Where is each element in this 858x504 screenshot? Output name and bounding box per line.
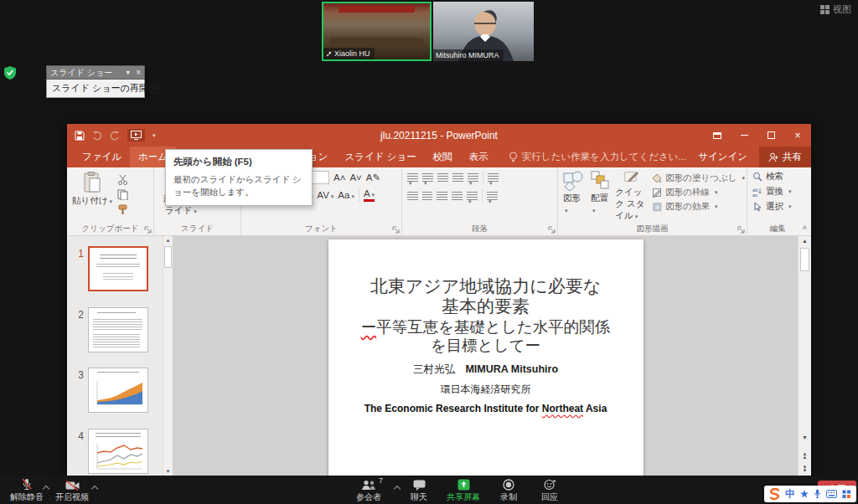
slide-scrollbar[interactable]: ▲ ▼ ▲▲ ▼▼ (798, 236, 811, 476)
align-center-button[interactable] (422, 192, 432, 200)
slide-editing-area[interactable]: 北東アジア地域協力に必要な 基本的要素 ー平等互恵を基礎とした水平的関係 を目標… (173, 236, 798, 476)
shape-fill-button[interactable]: 図形の塗りつぶし (652, 172, 745, 184)
convert-smartart-button[interactable] (487, 192, 498, 200)
ime-skin-icon[interactable] (800, 490, 809, 498)
share-button[interactable]: 共有 (759, 147, 811, 167)
record-icon (503, 479, 514, 491)
font-dialog-launcher[interactable] (392, 226, 400, 234)
save-icon[interactable] (75, 131, 85, 141)
maximize-button[interactable] (757, 124, 784, 147)
bullets-button[interactable] (407, 173, 418, 182)
ppt-titlebar[interactable]: ▾ jlu.20211215 - PowerPoint × (67, 124, 811, 147)
undo-icon[interactable] (92, 131, 102, 141)
scroll-thumb[interactable] (800, 248, 809, 271)
thumbnail-slide-3[interactable]: 3 (67, 368, 148, 413)
ime-voice-icon[interactable] (814, 489, 821, 499)
tooltip-title: 先頭から開始 (F5) (173, 156, 304, 168)
clipboard-dialog-launcher[interactable] (144, 226, 152, 234)
tab-slideshow[interactable]: スライド ショー (337, 147, 425, 167)
decrease-indent-button[interactable] (437, 173, 448, 182)
decrease-font-icon[interactable]: A˅ (349, 172, 361, 183)
chevron-down-icon[interactable]: ▼ (125, 69, 131, 75)
copy-icon[interactable] (117, 189, 128, 200)
video-options-chevron[interactable] (92, 486, 97, 491)
select-button[interactable]: 選択 (752, 201, 806, 213)
shape-outline-button[interactable]: 図形の枠線 (652, 187, 745, 198)
tab-view[interactable]: 表示 (461, 147, 497, 167)
ime-keyboard-icon[interactable] (826, 490, 837, 498)
ribbon-display-options-button[interactable] (704, 124, 731, 147)
align-left-button[interactable] (407, 192, 418, 200)
text-direction-button[interactable] (488, 173, 499, 182)
unmute-button[interactable]: 解除静音 (10, 478, 44, 503)
columns-button[interactable] (467, 192, 478, 200)
start-slideshow-qat-button[interactable] (127, 129, 145, 141)
clear-formatting-icon[interactable]: A✎ (366, 172, 380, 183)
thumbnail-slide-2[interactable]: 2 (67, 307, 148, 352)
video-feed-speaker[interactable]: Mitsuhiro MIMURA (433, 2, 534, 61)
justify-button[interactable] (452, 192, 463, 200)
quick-styles-button[interactable]: クイック スタイル (615, 171, 646, 222)
thumbnail-slide-1[interactable]: 1 (67, 246, 148, 291)
line-spacing-button[interactable] (468, 173, 478, 182)
shapes-button[interactable]: 図形 (563, 171, 585, 222)
thumbnail-scroll-down-icon[interactable]: ▼ (163, 469, 173, 474)
tab-file[interactable]: ファイル (74, 147, 130, 167)
qat-customize-chevron[interactable]: ▾ (152, 132, 156, 139)
shape-effects-button[interactable]: 図形の効果 (652, 201, 745, 213)
chat-button[interactable]: 聊天 (411, 478, 427, 503)
align-right-button[interactable] (437, 192, 447, 200)
start-video-button[interactable]: 开启视频 (55, 478, 89, 503)
paragraph-dialog-launcher[interactable] (548, 226, 556, 234)
next-slide-button[interactable]: ▼▼ (799, 465, 811, 472)
ime-chinese-mode-button[interactable]: 中 (785, 487, 795, 501)
numbering-button[interactable] (422, 173, 433, 182)
video-feed-room[interactable]: Xiaolin HU (322, 2, 432, 61)
redo-icon[interactable] (110, 131, 120, 141)
close-icon[interactable]: × (136, 68, 141, 77)
current-slide[interactable]: 北東アジア地域協力に必要な 基本的要素 ー平等互恵を基礎とした水平的関係 を目標… (328, 239, 644, 476)
meeting-security-shield-icon[interactable] (4, 66, 16, 80)
share-screen-button[interactable]: 共享屏幕 (447, 478, 480, 503)
sogou-logo-icon[interactable] (769, 488, 780, 500)
tell-me-search[interactable]: 実行したい作業を入力してください... (509, 147, 686, 167)
font-color-button[interactable]: A (364, 189, 375, 202)
arrange-button[interactable]: 配置 (591, 171, 609, 222)
previous-slide-button[interactable]: ▲▲ (799, 452, 811, 459)
audio-options-chevron[interactable] (44, 486, 49, 491)
tab-review[interactable]: 校閲 (425, 147, 461, 167)
drawing-dialog-launcher[interactable] (737, 226, 745, 234)
resume-slideshow-menu-item[interactable]: スライド ショーの再開(R) (46, 80, 145, 98)
close-button[interactable]: × (784, 124, 811, 147)
sogou-ime-bar[interactable]: 中 (764, 486, 856, 502)
sign-in-button[interactable]: サインイン (686, 147, 759, 167)
view-button[interactable]: 视图 (820, 3, 851, 16)
minimize-button[interactable] (731, 124, 757, 147)
participants-label: 参会者 (356, 491, 381, 503)
cut-icon[interactable] (117, 174, 128, 185)
slide-title: 北東アジア地域協力に必要な 基本的要素 (328, 276, 644, 316)
slideshow-popup-titlebar[interactable]: スライド ショー ▼ × (46, 65, 145, 80)
chat-bubble-icon (413, 480, 426, 491)
replace-button[interactable]: abac 置換 (752, 186, 806, 198)
find-button[interactable]: 検索 (752, 171, 806, 183)
scroll-down-icon[interactable]: ▼ (799, 435, 811, 440)
thumbnail-slide-4[interactable]: 4 (67, 429, 148, 474)
thumbnail-scrollbar[interactable]: ▲ ▼ (163, 236, 173, 476)
slideshow-monitor-icon (131, 131, 142, 140)
reactions-button[interactable]: 回应 (541, 478, 558, 503)
increase-font-icon[interactable]: A˄ (333, 172, 345, 183)
thumbnail-scroll-thumb[interactable] (164, 246, 172, 268)
increase-indent-button[interactable] (452, 173, 463, 182)
collapse-ribbon-chevron[interactable]: ˄ (803, 224, 807, 232)
record-button[interactable]: 录制 (500, 478, 517, 503)
format-painter-icon[interactable] (117, 204, 128, 215)
paste-button[interactable]: 貼り付け (72, 172, 112, 222)
thumbnail-scroll-up-icon[interactable]: ▲ (163, 238, 173, 243)
participants-options-chevron[interactable] (395, 486, 400, 491)
change-case-button[interactable]: Aa (338, 190, 354, 200)
character-spacing-button[interactable]: AV (317, 190, 333, 200)
ime-toolbox-icon[interactable] (842, 490, 851, 499)
scroll-up-icon[interactable]: ▲ (799, 238, 811, 244)
participants-button[interactable]: 7 参会者 (356, 478, 381, 503)
